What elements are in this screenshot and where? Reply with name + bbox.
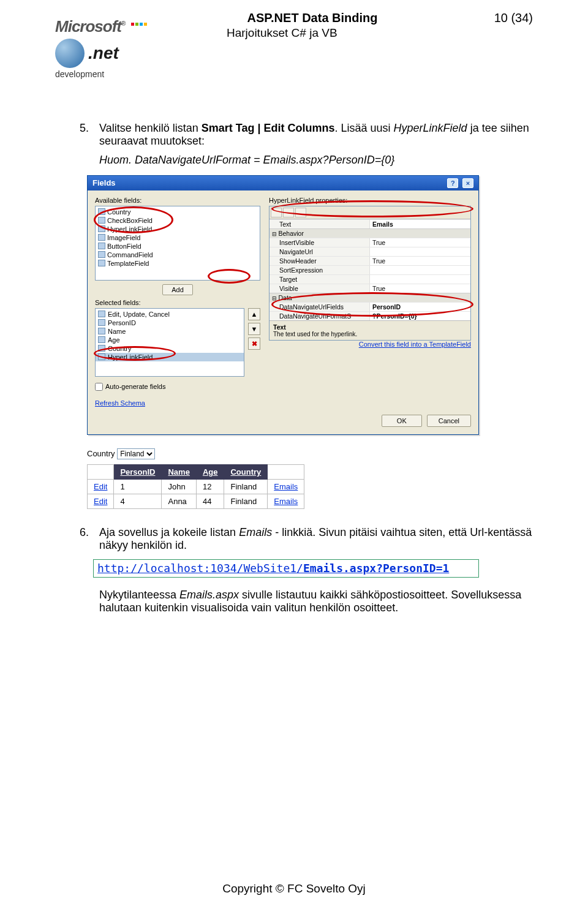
field-icon bbox=[98, 319, 105, 326]
country-select[interactable]: Finland bbox=[117, 448, 155, 459]
field-icon bbox=[98, 243, 105, 249]
move-down-button[interactable]: ▼ bbox=[248, 323, 260, 335]
dialog-titlebar[interactable]: Fields ? × bbox=[88, 176, 478, 190]
prop-text-row[interactable]: Text Emails bbox=[270, 219, 470, 228]
step5-bold: Smart Tag | Edit Columns bbox=[202, 122, 335, 134]
prop-row[interactable]: NavigateUrl bbox=[270, 247, 470, 256]
help-button[interactable]: ? bbox=[447, 178, 458, 188]
list-item[interactable]: CommandField bbox=[96, 251, 260, 259]
prop-key: DataNavigateUrlFormatS bbox=[270, 312, 370, 320]
cat-behavior[interactable]: Behavior bbox=[270, 228, 470, 238]
move-up-button[interactable]: ▲ bbox=[248, 308, 260, 320]
prop-key: Visible bbox=[270, 284, 370, 293]
prop-val: PersonID bbox=[370, 303, 470, 311]
col-name[interactable]: Name bbox=[162, 464, 196, 479]
step5-text-a: Valitse henkilö listan bbox=[99, 122, 202, 134]
autogen-row: Auto-generate fields bbox=[95, 383, 260, 391]
prop-key: DataNavigateUrlFields bbox=[270, 303, 370, 311]
available-fields-list[interactable]: CountryCheckBoxFieldHyperLinkFieldImageF… bbox=[95, 206, 260, 281]
table-row: Edit4Anna44FinlandEmails bbox=[88, 494, 304, 508]
prop-row[interactable]: Target bbox=[270, 274, 470, 284]
list-item[interactable]: Edit, Update, Cancel bbox=[96, 310, 244, 319]
list-item[interactable]: CheckBoxField bbox=[96, 216, 260, 225]
prop-key: ShowHeader bbox=[270, 257, 370, 265]
example-url[interactable]: http://localhost:1034/WebSite1/Emails.as… bbox=[97, 562, 449, 575]
prop-row[interactable]: SortExpression bbox=[270, 265, 470, 274]
country-label: Country bbox=[87, 449, 115, 458]
prop-row[interactable]: DataNavigateUrlFormatS?PersonID={0} bbox=[270, 311, 470, 320]
step6-italic-2: Emails.aspx bbox=[179, 589, 239, 601]
cat-data[interactable]: Data bbox=[270, 293, 470, 302]
delete-button[interactable]: ✖ bbox=[248, 337, 260, 350]
prop-val: Emails bbox=[370, 220, 470, 228]
property-grid[interactable]: Text Emails Behavior InsertVisibleTrueNa… bbox=[269, 206, 471, 341]
page-content: 5. Valitse henkilö listan Smart Tag | Ed… bbox=[80, 122, 533, 614]
table-row: Edit1John12FinlandEmails bbox=[88, 479, 304, 494]
list-item[interactable]: PersonID bbox=[96, 319, 244, 327]
autogen-checkbox[interactable] bbox=[95, 383, 103, 391]
reorder-buttons: ▲ ▼ ✖ bbox=[248, 308, 260, 350]
id-cell: 4 bbox=[114, 494, 162, 508]
step5-text-b: . Lisää uusi bbox=[335, 122, 394, 134]
col-age[interactable]: Age bbox=[196, 464, 224, 479]
country-cell: Finland bbox=[224, 494, 268, 508]
prop-val bbox=[370, 266, 470, 274]
tagline: development bbox=[55, 69, 165, 79]
prop-val: True bbox=[370, 284, 470, 293]
prop-key: NavigateUrl bbox=[270, 247, 370, 256]
browser-preview: Country Finland PersonID Name Age Countr… bbox=[87, 448, 533, 509]
name-cell: John bbox=[162, 479, 196, 494]
dialog-title: Fields bbox=[92, 178, 116, 187]
step-6: 6. Aja sovellus ja kokeile listan Emails… bbox=[80, 526, 533, 614]
properties-label: HyperLinkField properties: bbox=[269, 197, 471, 204]
add-button[interactable]: Add bbox=[162, 284, 193, 295]
field-icon bbox=[98, 217, 105, 224]
prop-val: ?PersonID={0} bbox=[370, 312, 470, 320]
template-field-link[interactable]: Convert this field into a TemplateField bbox=[269, 341, 471, 348]
selected-fields-label: Selected fields: bbox=[95, 299, 260, 306]
edit-cell[interactable]: Edit bbox=[88, 479, 114, 494]
edit-cell[interactable]: Edit bbox=[88, 494, 114, 508]
col-country[interactable]: Country bbox=[224, 464, 268, 479]
page-title: ASP.NET Data Binding bbox=[165, 11, 459, 25]
prop-row[interactable]: InsertVisibleTrue bbox=[270, 238, 470, 247]
propgrid-tool-1[interactable] bbox=[271, 208, 282, 217]
page-subtitle: Harjoitukset C# ja VB bbox=[165, 26, 459, 40]
list-item[interactable]: HyperLinkField bbox=[96, 353, 244, 361]
prop-description: Text The text used for the hyperlink. bbox=[270, 320, 470, 340]
propdesc-text: The text used for the hyperlink. bbox=[273, 331, 467, 337]
country-filter-row: Country Finland bbox=[87, 448, 533, 459]
titlebar-buttons: ? × bbox=[445, 178, 473, 188]
propgrid-tool-3[interactable] bbox=[295, 208, 306, 217]
propgrid-tool-2[interactable] bbox=[283, 208, 294, 217]
ok-button[interactable]: OK bbox=[382, 415, 422, 427]
prop-row[interactable]: ShowHeaderTrue bbox=[270, 256, 470, 265]
age-cell: 12 bbox=[196, 479, 224, 494]
list-item[interactable]: ButtonField bbox=[96, 242, 260, 251]
list-item[interactable]: TemplateField bbox=[96, 259, 260, 268]
list-item[interactable]: HyperLinkField bbox=[96, 225, 260, 233]
emails-cell[interactable]: Emails bbox=[268, 494, 304, 508]
col-emails bbox=[268, 464, 304, 479]
col-personid[interactable]: PersonID bbox=[114, 464, 162, 479]
list-item[interactable]: ImageField bbox=[96, 233, 260, 242]
list-item[interactable]: Name bbox=[96, 327, 244, 336]
field-icon bbox=[98, 234, 105, 241]
propgrid-toolbar bbox=[270, 206, 470, 219]
refresh-schema-link[interactable]: Refresh Schema bbox=[95, 399, 145, 407]
copyright: Copyright © FC Sovelto Oyj bbox=[0, 882, 588, 895]
list-item[interactable]: Country bbox=[96, 344, 244, 353]
list-item[interactable]: Country bbox=[96, 208, 260, 216]
prop-key: InsertVisible bbox=[270, 238, 370, 247]
prop-row[interactable]: DataNavigateUrlFieldsPersonID bbox=[270, 302, 470, 311]
selected-fields-list[interactable]: Edit, Update, CancelPersonIDNameAgeCount… bbox=[95, 308, 244, 377]
prop-row[interactable]: VisibleTrue bbox=[270, 284, 470, 293]
age-cell: 44 bbox=[196, 494, 224, 508]
fields-dialog: Fields ? × Available fields: CountryChec… bbox=[87, 175, 479, 435]
list-item[interactable]: Age bbox=[96, 336, 244, 344]
cancel-button[interactable]: Cancel bbox=[427, 415, 471, 427]
prop-val bbox=[370, 247, 470, 256]
emails-cell[interactable]: Emails bbox=[268, 479, 304, 494]
close-button[interactable]: × bbox=[462, 178, 473, 188]
preview-grid: PersonID Name Age Country Edit1John12Fin… bbox=[87, 464, 304, 509]
